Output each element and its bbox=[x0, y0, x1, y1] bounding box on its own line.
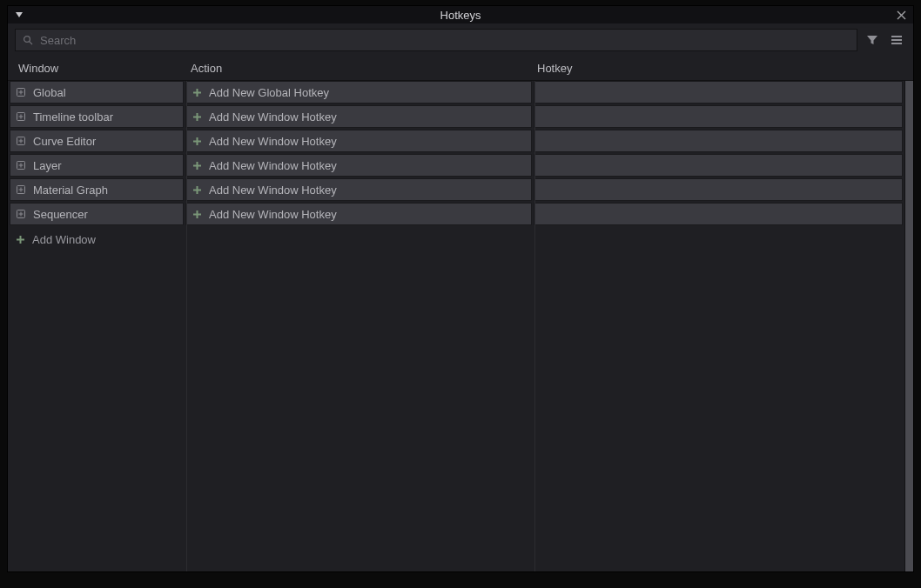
svg-rect-4 bbox=[891, 43, 902, 44]
window-label: Timeline toolbar bbox=[33, 110, 113, 124]
expand-icon[interactable] bbox=[16, 111, 26, 122]
toolbar bbox=[8, 23, 913, 57]
window-label: Curve Editor bbox=[33, 135, 96, 148]
expand-icon[interactable] bbox=[16, 184, 26, 195]
svg-point-0 bbox=[24, 37, 30, 43]
rows-container: GlobalAdd New Global HotkeyTimeline tool… bbox=[8, 81, 904, 571]
close-icon bbox=[897, 10, 906, 20]
column-header-action[interactable]: Action bbox=[185, 62, 532, 75]
hotkey-cell[interactable] bbox=[534, 130, 903, 152]
columns-header: Window Action Hotkey bbox=[8, 57, 913, 81]
plus-icon bbox=[15, 234, 25, 244]
window-cell[interactable]: Global bbox=[10, 81, 184, 104]
scrollbar-thumb[interactable] bbox=[905, 81, 913, 571]
search-input[interactable] bbox=[40, 34, 850, 47]
panel-menu-button[interactable] bbox=[13, 9, 25, 21]
expand-icon[interactable] bbox=[16, 209, 26, 219]
window-label: Material Graph bbox=[33, 184, 108, 197]
hotkey-cell[interactable] bbox=[534, 105, 903, 128]
hamburger-icon bbox=[890, 33, 904, 47]
add-hotkey-button[interactable]: Add New Window Hotkey bbox=[185, 203, 532, 225]
action-label: Add New Global Hotkey bbox=[209, 86, 329, 99]
panel-title: Hotkeys bbox=[8, 9, 913, 22]
action-label: Add New Window Hotkey bbox=[209, 184, 337, 197]
add-hotkey-button[interactable]: Add New Global Hotkey bbox=[185, 81, 532, 104]
table-body: GlobalAdd New Global HotkeyTimeline tool… bbox=[8, 81, 913, 571]
window-cell[interactable]: Sequencer bbox=[10, 203, 184, 225]
add-window-label: Add Window bbox=[32, 233, 96, 246]
hotkey-cell[interactable] bbox=[534, 178, 903, 201]
column-header-hotkey[interactable]: Hotkey bbox=[532, 62, 913, 75]
expand-icon[interactable] bbox=[16, 160, 26, 170]
close-button[interactable] bbox=[894, 8, 908, 22]
action-label: Add New Window Hotkey bbox=[209, 135, 337, 148]
filter-icon bbox=[865, 33, 879, 47]
hotkey-cell[interactable] bbox=[534, 203, 903, 225]
action-label: Add New Window Hotkey bbox=[209, 208, 337, 221]
window-label: Sequencer bbox=[33, 208, 88, 221]
titlebar: Hotkeys bbox=[8, 6, 913, 23]
add-hotkey-button[interactable]: Add New Window Hotkey bbox=[185, 154, 532, 177]
triangle-down-icon bbox=[15, 10, 24, 19]
svg-line-1 bbox=[30, 42, 32, 44]
action-label: Add New Window Hotkey bbox=[209, 110, 337, 124]
table-row: GlobalAdd New Global Hotkey bbox=[8, 81, 904, 105]
window-cell[interactable]: Layer bbox=[10, 154, 184, 177]
svg-rect-3 bbox=[891, 39, 902, 41]
table-row: SequencerAdd New Window Hotkey bbox=[8, 203, 904, 227]
filter-button[interactable] bbox=[863, 29, 882, 51]
add-window-row: Add Window bbox=[8, 227, 904, 251]
table-row: Material GraphAdd New Window Hotkey bbox=[8, 178, 904, 203]
add-window-button[interactable]: Add Window bbox=[10, 227, 184, 251]
add-hotkey-button[interactable]: Add New Window Hotkey bbox=[185, 178, 532, 201]
window-label: Layer bbox=[33, 159, 62, 172]
plus-icon bbox=[192, 160, 202, 170]
window-label: Global bbox=[33, 86, 66, 99]
scrollbar-vertical[interactable] bbox=[904, 81, 913, 571]
menu-button[interactable] bbox=[887, 29, 906, 51]
add-hotkey-button[interactable]: Add New Window Hotkey bbox=[185, 105, 532, 128]
plus-icon bbox=[192, 184, 202, 195]
expand-icon[interactable] bbox=[16, 87, 26, 97]
table-row: Timeline toolbarAdd New Window Hotkey bbox=[8, 105, 904, 130]
add-hotkey-button[interactable]: Add New Window Hotkey bbox=[185, 130, 532, 152]
hotkey-cell[interactable] bbox=[534, 81, 903, 104]
expand-icon[interactable] bbox=[16, 136, 26, 146]
plus-icon bbox=[192, 87, 202, 97]
hotkey-cell[interactable] bbox=[534, 154, 903, 177]
window-cell[interactable]: Curve Editor bbox=[10, 130, 184, 152]
hotkeys-panel: Hotkeys bbox=[7, 5, 914, 572]
plus-icon bbox=[192, 136, 202, 146]
window-cell[interactable]: Timeline toolbar bbox=[10, 105, 184, 128]
search-icon bbox=[23, 35, 33, 45]
plus-icon bbox=[192, 209, 202, 219]
svg-rect-2 bbox=[891, 36, 902, 37]
search-field[interactable] bbox=[15, 29, 857, 51]
column-header-window[interactable]: Window bbox=[11, 62, 185, 75]
action-label: Add New Window Hotkey bbox=[209, 159, 337, 172]
window-cell[interactable]: Material Graph bbox=[10, 178, 184, 201]
table-row: Curve EditorAdd New Window Hotkey bbox=[8, 130, 904, 154]
plus-icon bbox=[192, 111, 202, 122]
table-row: LayerAdd New Window Hotkey bbox=[8, 154, 904, 178]
